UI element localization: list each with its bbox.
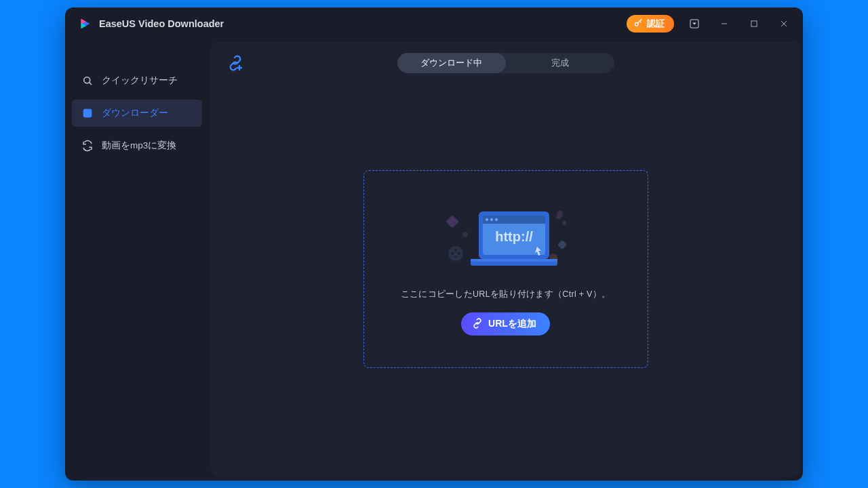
tab-label: 完成 [551,57,569,69]
close-button[interactable] [774,14,793,33]
tab-label: ダウンロード中 [420,57,482,69]
tab-completed[interactable]: 完成 [506,53,614,73]
svg-line-10 [90,83,92,85]
svg-rect-20 [557,240,566,249]
dropzone-hint: ここにコピーしたURLを貼り付けます（Ctrl + V）。 [401,289,611,300]
link-icon [472,318,483,331]
svg-rect-31 [471,259,557,262]
search-icon [81,75,94,87]
add-link-icon[interactable] [227,55,243,71]
app-title: EaseUS Video Downloader [99,18,224,29]
svg-point-9 [84,77,90,83]
sidebar-item-downloader[interactable]: ダウンローダー [72,100,202,127]
convert-icon [81,140,94,152]
svg-point-27 [490,218,493,221]
key-icon [633,18,643,30]
titlebar: EaseUS Video Downloader 認証 [65,7,803,40]
svg-point-15 [448,246,463,261]
illust-http-text: http:// [495,229,533,244]
maximize-button[interactable] [745,14,764,33]
sidebar-item-convert-mp3[interactable]: 動画をmp3に変換 [72,132,202,159]
app-logo-icon [77,16,92,31]
sidebar-item-label: 動画をmp3に変換 [102,140,176,152]
add-url-label: URLを追加 [488,318,536,330]
minimize-button[interactable] [715,14,734,33]
svg-point-22 [462,232,468,237]
svg-point-18 [454,249,457,251]
svg-point-26 [486,218,488,221]
dropzone-illustration: http:// [431,202,580,277]
svg-rect-14 [446,215,459,228]
tabs: ダウンロード中 完成 [397,53,614,73]
main-topbar: ダウンロード中 完成 [227,52,784,75]
main-panel: ダウンロード中 完成 [211,42,800,476]
sidebar: クイックリサーチ ダウンローダー 動画をmp3に変換 [65,40,209,481]
svg-point-28 [495,218,498,221]
url-dropzone[interactable]: http:// ここにコピーしたURLを貼り付けます（Ctrl + V）。 [363,170,648,368]
add-url-button[interactable]: URLを追加 [461,312,550,336]
download-icon [81,107,94,119]
svg-point-16 [451,252,454,255]
sidebar-item-quick-research[interactable]: クイックリサーチ [72,67,202,94]
svg-rect-6 [751,21,757,26]
svg-point-17 [458,252,460,255]
tab-downloading[interactable]: ダウンロード中 [397,53,506,73]
sidebar-item-label: ダウンローダー [102,107,168,119]
sidebar-item-label: クイックリサーチ [102,75,178,87]
dropdown-button[interactable] [685,14,704,33]
app-window: EaseUS Video Downloader 認証 [65,7,803,481]
certify-button[interactable]: 認証 [627,15,674,33]
certify-label: 認証 [647,18,665,30]
svg-point-19 [454,256,457,258]
